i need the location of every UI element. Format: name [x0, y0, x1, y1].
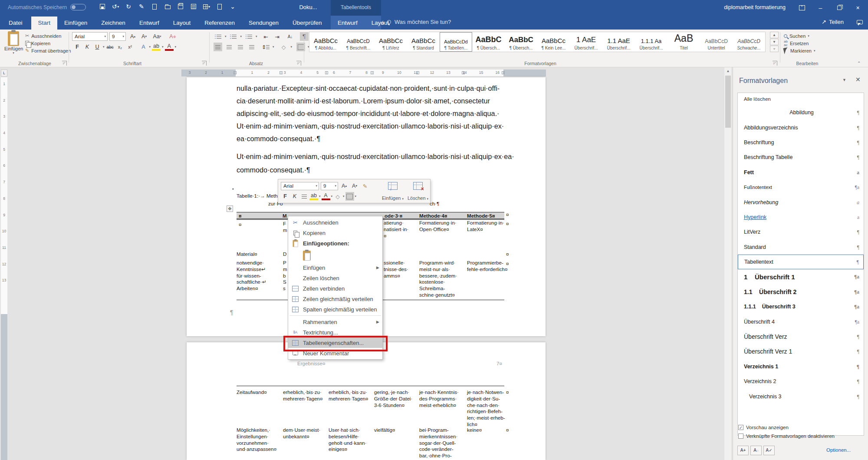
scrollbar-thumb[interactable] — [725, 76, 731, 128]
italic-button[interactable]: K — [83, 43, 92, 51]
table-cell[interactable]: Möglichkeiten,· Einstellungen· vorzunehm… — [237, 427, 276, 453]
preview-checkbox-row[interactable]: ✓ Vorschau anzeigen — [738, 425, 789, 430]
table-cell[interactable]: User·hat·sich· belesen/Hilfe· geholt·und… — [329, 427, 367, 453]
style-item-ueberschrift-4[interactable]: Überschrift 4¶a — [738, 314, 864, 329]
gallery-up-icon[interactable]: ▲ — [770, 32, 779, 38]
style-item-verzeichnis-2[interactable]: Verzeichnis 2¶ — [738, 374, 864, 389]
style-item-ueberschrift-2[interactable]: 1.1 Überschrift 2¶a — [738, 285, 864, 299]
table-cell[interactable]: Material¤ — [237, 251, 257, 258]
menu-item-insert[interactable]: Einfügen▶ — [288, 262, 382, 273]
open-icon[interactable] — [164, 3, 171, 10]
style-item-ueberschrift-verz-1[interactable]: Überschrift Verz 1¶ — [738, 344, 864, 359]
save-icon[interactable] — [99, 3, 106, 10]
table-cell[interactable]: Programmierbe- fehle·erforderlich¤ — [467, 260, 507, 273]
style-standard[interactable]: AaBbCc¶ Standard — [407, 32, 440, 52]
menu-item-border-styles[interactable]: Rahmenarten▶ — [288, 317, 382, 327]
account-name[interactable]: diplomarbeit formatierung — [703, 4, 786, 10]
tab-sendungen[interactable]: Sendungen — [242, 17, 286, 30]
cut-button[interactable]: ✂Ausschneiden — [25, 32, 71, 40]
table-cell[interactable]: Zeitaufwand¤ — [237, 389, 267, 396]
checkbox-checked-icon[interactable]: ✓ — [738, 425, 743, 430]
justify-button[interactable] — [247, 43, 256, 51]
underline-button[interactable]: U — [93, 43, 102, 51]
mini-shrink-font-button[interactable]: A▾ — [350, 182, 359, 190]
mini-bold-button[interactable]: F — [281, 192, 289, 201]
ruler-column-marker[interactable] — [462, 71, 465, 74]
font-family-combo[interactable]: Arial▾ — [72, 32, 108, 41]
bullets-button[interactable] — [214, 32, 222, 41]
table-cell[interactable]: notwendige· Kenntnisse↵ für·wissen- scha… — [237, 260, 266, 292]
style-item-verzeichnis-1[interactable]: Verzeichnis 1¶ — [738, 359, 864, 374]
tellme-box[interactable]: Was möchten Sie tun? — [387, 19, 451, 25]
table-cell[interactable]: je·nach·Kenntnis· des·Programms· meist·e… — [419, 389, 459, 408]
clipboard-dialog-launcher[interactable]: ◿ — [62, 61, 67, 66]
table-cell[interactable]: F m — [283, 221, 287, 234]
table-cell[interactable]: gering,·je·nach· Größe·der·Datei· 3-6·St… — [374, 389, 412, 408]
style-litverz[interactable]: AaBbCc¶ LitVerz — [375, 32, 407, 52]
table-cell[interactable]: ssionelle· tnisse·des· amms¤ — [384, 260, 408, 279]
table-cell[interactable]: erheblich,·bis·zu· mehreren·Tagen¤ — [329, 389, 368, 402]
select-button[interactable]: Markieren▾ — [784, 47, 815, 54]
tab-start[interactable]: Start — [31, 17, 58, 30]
mini-font-color-button[interactable]: A — [322, 193, 330, 200]
table-cell[interactable]: Methode·4¤ — [419, 213, 447, 219]
tab-einfuegen[interactable]: Einfügen — [57, 17, 94, 30]
shading-button[interactable]: ◇ — [279, 43, 288, 51]
bold-button[interactable]: F — [73, 43, 82, 51]
table-cell[interactable]: ode·3·¤ — [385, 213, 402, 219]
style-ueberschrift-3[interactable]: 1.1.1 AaÜberschrif... — [635, 32, 667, 52]
save-as-icon[interactable]: ✎ — [138, 3, 145, 10]
tab-referenzen[interactable]: Referenzen — [197, 17, 242, 30]
table-cell[interactable]: Formatierung·in· Open·Office¤ — [419, 220, 457, 233]
align-right-button[interactable] — [236, 43, 245, 51]
font-size-combo[interactable]: 9▾ — [109, 32, 126, 41]
style-ueberschrift-a[interactable]: AaBbC¶ Übersch... — [472, 32, 505, 52]
paste-button[interactable]: Einfügen ▾ — [4, 31, 23, 55]
style-inspector-button[interactable]: A◌ — [750, 446, 762, 455]
menu-item-merge-cells[interactable]: Zellen verbinden — [288, 283, 382, 294]
gallery-more-icon[interactable]: ▿ — [770, 46, 779, 52]
tab-entwurf[interactable]: Entwurf — [132, 17, 166, 30]
menu-item-copy[interactable]: Kopieren — [288, 228, 382, 238]
style-item-verzeichnis-3[interactable]: Verzeichnis 3¶ — [738, 389, 864, 404]
style-item-beschriftung[interactable]: Beschriftung¶ — [738, 135, 864, 150]
customize-qat-icon[interactable]: ⌄ — [229, 3, 236, 10]
page-setup-icon[interactable] — [190, 3, 197, 10]
font-dialog-launcher[interactable]: ◿ — [202, 61, 207, 66]
redo-icon[interactable]: ↻ — [125, 3, 132, 10]
style-ueberschrift-2[interactable]: 1.1 AaEÜberschrif... — [602, 32, 635, 52]
style-item-ueberschrift-verz[interactable]: Überschrift Verz¶ — [738, 329, 864, 344]
table-icon[interactable]: ▾ — [203, 3, 210, 10]
table-cell[interactable]: erheblich,·bis·zu· mehreren·Tagen¤ — [283, 389, 323, 402]
style-untertitel[interactable]: AaBbCcDUntertitel — [700, 32, 733, 52]
autosave-toggle[interactable] — [70, 4, 86, 10]
vertical-ruler[interactable]: 12345678910111213 — [1, 77, 7, 460]
style-item-ueberschrift-3[interactable]: 1.1.1 Überschrift 3¶a — [738, 299, 864, 314]
menu-item-delete-rows[interactable]: Zeilen löschen — [288, 273, 382, 283]
style-beschriftung[interactable]: AaBbCcD¶ Beschrift... — [342, 32, 375, 52]
menu-item-cut[interactable]: ✂Ausschneiden — [288, 217, 382, 228]
mini-align-button[interactable] — [300, 192, 309, 201]
table-cell[interactable]: Programm·wird· meist·nur·als· bessere,·z… — [419, 260, 457, 298]
table-cell[interactable]: Methode·5¤ — [467, 213, 495, 219]
gallery-down-icon[interactable]: ▼ — [770, 39, 779, 45]
style-titel[interactable]: AaBTitel — [667, 32, 700, 52]
styles-options-link[interactable]: Optionen... — [826, 447, 851, 453]
print-preview-icon[interactable] — [151, 3, 158, 10]
mini-font-size-combo[interactable]: 9▾ — [321, 182, 338, 190]
strikethrough-button[interactable]: abc — [106, 43, 115, 51]
close-icon[interactable]: × — [848, 0, 867, 16]
tab-datei[interactable]: Datei — [0, 17, 31, 30]
style-item-litverz[interactable]: LitVerz¶ — [738, 225, 864, 239]
change-case-button[interactable]: Aa▾ — [153, 32, 161, 41]
collapse-ribbon-icon[interactable]: ⌃ — [857, 61, 861, 66]
table-cell[interactable]: bei·Program- mierkenntnissen· sogar·der·… — [419, 427, 457, 459]
style-ueberschrift-b[interactable]: AaBbC¶ Übersch... — [505, 32, 537, 52]
disable-linked-checkbox-row[interactable]: Verknüpfte Formatvorlagen deaktivieren — [738, 434, 835, 439]
style-item-abbildungsverzeichnis[interactable]: Abbildungsverzeichnis¶ — [738, 120, 864, 135]
format-painter-button[interactable]: ✎Format übertragen — [25, 47, 71, 54]
clear-all-styles[interactable]: Alle löschen — [738, 93, 864, 105]
new-style-button[interactable]: A+ — [737, 446, 749, 455]
style-item-standard[interactable]: Standard¶ — [738, 240, 864, 255]
multilevel-list-button[interactable] — [244, 32, 253, 41]
